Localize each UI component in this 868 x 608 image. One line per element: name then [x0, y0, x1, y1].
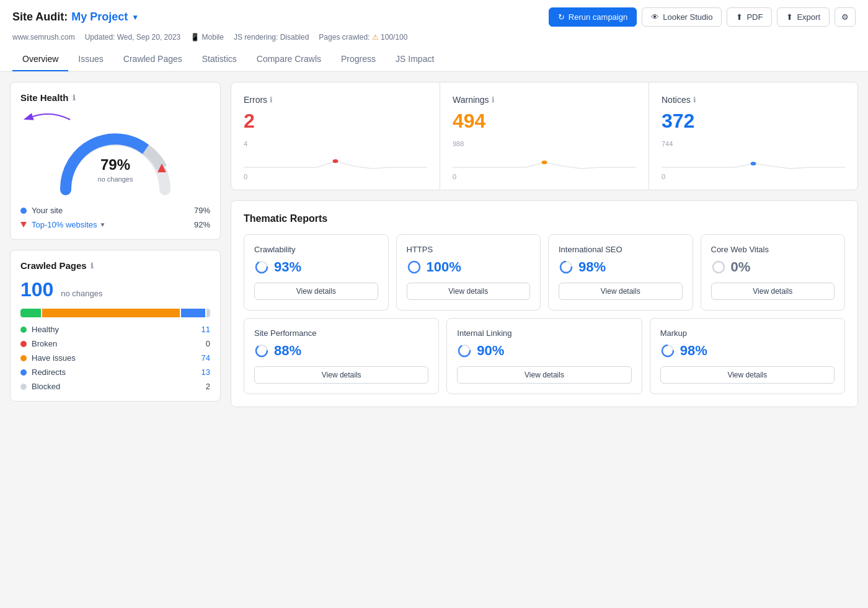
broken-label: Broken [32, 339, 57, 348]
healthy-dot [20, 327, 27, 333]
site-health-legend: Your site 79% Top-10% websites ▼ 92% [20, 206, 210, 229]
https-ring-icon [407, 260, 422, 275]
top-sites-label[interactable]: Top-10% websites ▼ [32, 220, 105, 229]
international-seo-ring-icon [559, 260, 574, 275]
have-issues-dot [20, 355, 27, 361]
top-sites-value: 92% [194, 220, 210, 229]
looker-studio-button[interactable]: 👁 Looker Studio [642, 7, 722, 27]
export-button[interactable]: ⬆ Export [777, 7, 830, 27]
notices-info-icon[interactable]: ℹ [693, 95, 696, 104]
crawlability-ring-icon [254, 260, 269, 275]
export-icon: ⬆ [786, 12, 793, 22]
page-title: Site Audit: My Project ▼ [12, 11, 139, 24]
crawled-pages-info-icon[interactable]: ℹ [91, 262, 94, 270]
warnings-metric-card: Warnings ℹ 494 988 0 [440, 82, 649, 190]
bar-healthy [20, 309, 41, 317]
crawled-pages-title: Crawled Pages ℹ [20, 260, 210, 271]
internal-linking-view-details-button[interactable]: View details [457, 366, 631, 384]
notices-chart: 744 0 [662, 140, 845, 177]
rerun-campaign-button[interactable]: ↻ Rerun campaign [549, 7, 637, 27]
redirects-dot [20, 369, 27, 376]
pdf-button[interactable]: ⬆ PDF [727, 7, 772, 27]
top-sites-triangle [20, 222, 27, 227]
report-https: HTTPS 100% View details [396, 234, 541, 311]
bar-blocked [206, 309, 210, 317]
report-internal-linking-name: Internal Linking [457, 328, 631, 338]
report-international-seo-score: 98% [559, 259, 683, 275]
project-dropdown-icon[interactable]: ▼ [131, 13, 139, 22]
tab-issues[interactable]: Issues [68, 48, 113, 71]
notices-label: Notices ℹ [662, 95, 845, 105]
errors-label: Errors ℹ [244, 95, 427, 105]
https-view-details-button[interactable]: View details [407, 283, 531, 300]
warning-icon: ⚠ [372, 33, 379, 42]
crawled-no-changes: no changes [61, 289, 102, 298]
rerun-icon: ↻ [558, 12, 565, 22]
redirects-label: Redirects [32, 368, 66, 377]
thematic-reports-title: Thematic Reports [244, 213, 845, 224]
healthy-label: Healthy [32, 325, 59, 334]
notices-value: 372 [662, 110, 845, 133]
legend-have-issues: Have issues 74 [20, 353, 210, 363]
settings-button[interactable]: ⚙ [835, 7, 856, 27]
chevron-down-icon: ▼ [100, 221, 106, 228]
warnings-value: 494 [453, 110, 636, 133]
report-crawlability: Crawlability 93% View details [244, 234, 389, 311]
tab-crawled-pages[interactable]: Crawled Pages [113, 48, 192, 71]
notices-metric-card: Notices ℹ 372 744 0 [649, 82, 857, 190]
core-web-vitals-ring-icon [711, 260, 726, 275]
notices-chart-svg [662, 149, 845, 171]
site-performance-ring-icon [254, 343, 269, 358]
pages-legend: Healthy 11 Broken 0 Have issues [20, 325, 210, 391]
report-markup: Markup 98% View details [650, 318, 845, 394]
healthy-value[interactable]: 11 [202, 325, 210, 334]
core-web-vitals-view-details-button[interactable]: View details [711, 283, 835, 300]
errors-value: 2 [244, 110, 427, 133]
project-name[interactable]: My Project [71, 11, 128, 24]
gauge-percent: 79% [98, 156, 133, 174]
blocked-label: Blocked [32, 382, 60, 391]
errors-info-icon[interactable]: ℹ [270, 95, 273, 104]
markup-ring-icon [660, 343, 675, 358]
crawlability-view-details-button[interactable]: View details [254, 283, 378, 300]
report-site-performance: Site Performance 88% View details [244, 318, 439, 394]
annotation-area [20, 110, 210, 123]
reports-bottom-grid: Site Performance 88% View details Intern… [244, 318, 845, 394]
arrow-annotation [20, 104, 95, 123]
site-health-title: Site Health ℹ [20, 92, 210, 103]
internal-linking-ring-icon [457, 343, 472, 358]
tab-js-impact[interactable]: JS Impact [386, 48, 444, 71]
js-rendering: JS rendering: Disabled [234, 33, 309, 42]
report-crawlability-name: Crawlability [254, 245, 378, 254]
pages-crawled: Pages crawled: ⚠ 100/100 [319, 33, 407, 42]
redirects-value[interactable]: 13 [202, 368, 210, 377]
top-sites-legend-item: Top-10% websites ▼ 92% [20, 220, 210, 229]
your-site-value: 79% [194, 206, 210, 215]
report-crawlability-score: 93% [254, 259, 378, 275]
international-seo-view-details-button[interactable]: View details [559, 283, 683, 300]
blocked-value: 2 [206, 382, 210, 391]
svg-point-3 [542, 161, 547, 164]
nav-tabs: Overview Issues Crawled Pages Statistics… [12, 48, 856, 71]
svg-point-2 [333, 159, 339, 163]
report-https-score: 100% [407, 259, 531, 275]
site-performance-view-details-button[interactable]: View details [254, 366, 428, 384]
site-health-info-icon[interactable]: ℹ [73, 94, 76, 102]
tab-compare-crawls[interactable]: Compare Crawls [247, 48, 331, 71]
gauge-sub: no changes [98, 175, 133, 183]
tab-statistics[interactable]: Statistics [192, 48, 247, 71]
markup-view-details-button[interactable]: View details [660, 366, 835, 384]
legend-healthy: Healthy 11 [20, 325, 210, 334]
tab-overview[interactable]: Overview [12, 48, 68, 71]
legend-redirects: Redirects 13 [20, 368, 210, 377]
your-site-legend-item: Your site 79% [20, 206, 210, 215]
warnings-info-icon[interactable]: ℹ [492, 95, 495, 104]
warnings-chart: 988 0 [453, 140, 636, 177]
tab-progress[interactable]: Progress [331, 48, 386, 71]
report-core-web-vitals: Core Web Vitals 0% View details [701, 234, 846, 311]
your-site-label: Your site [32, 206, 63, 215]
have-issues-value[interactable]: 74 [202, 353, 210, 363]
report-international-seo: International SEO 98% View details [548, 234, 693, 311]
errors-metric-card: Errors ℹ 2 4 0 [231, 82, 440, 190]
crawled-count: 100 [20, 278, 53, 301]
